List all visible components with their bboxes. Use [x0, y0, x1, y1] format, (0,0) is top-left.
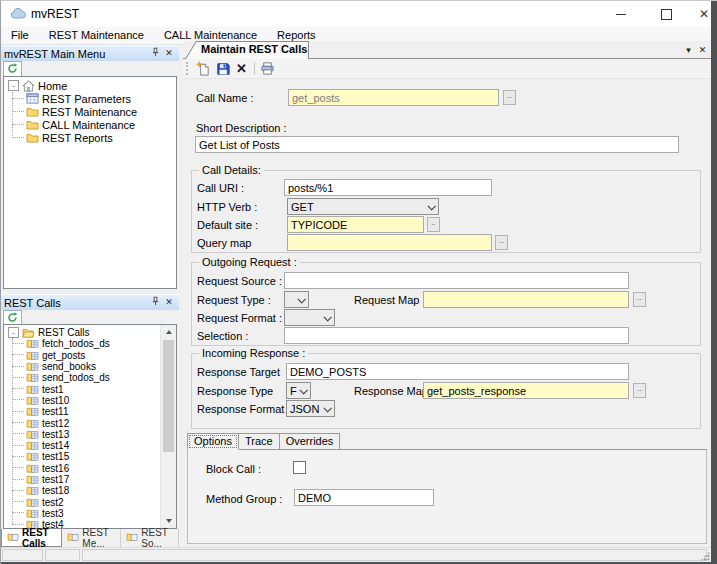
maximize-button[interactable]: [651, 5, 681, 23]
scrollbar-thumb[interactable]: [163, 340, 174, 452]
delete-call-button[interactable]: ✕: [232, 60, 251, 77]
tree-connector: [12, 92, 14, 138]
method-group-input[interactable]: [294, 489, 434, 506]
call-name-browse-button[interactable]: ..: [503, 90, 516, 105]
tree-root-rest-calls[interactable]: - REST Calls: [4, 327, 176, 338]
dock-tab-rest-calls[interactable]: REST Calls: [1, 529, 62, 547]
response-format-value: JSON: [290, 403, 319, 415]
tree-item-rest-call[interactable]: test17: [4, 474, 176, 485]
block-call-label: Block Call :: [206, 463, 261, 475]
tree-item-rest-call[interactable]: fetch_todos_ds: [4, 338, 176, 349]
http-verb-select[interactable]: GET: [287, 198, 439, 215]
response-map-input[interactable]: [423, 382, 629, 399]
save-call-button[interactable]: [213, 60, 232, 77]
tree-item-rest-call[interactable]: test10: [4, 395, 176, 406]
tab-options[interactable]: Options: [187, 433, 239, 450]
tree-item-label: test18: [42, 485, 69, 496]
folder-grid-icon: [26, 372, 39, 383]
tree-item-rest-call[interactable]: test1: [4, 383, 176, 394]
pin-icon[interactable]: [148, 47, 162, 60]
pin-icon[interactable]: [148, 296, 162, 309]
tab-trace[interactable]: Trace: [239, 433, 280, 450]
new-call-button[interactable]: [194, 60, 213, 77]
request-type-select[interactable]: [284, 291, 309, 308]
refresh-button[interactable]: [3, 61, 22, 77]
default-site-input[interactable]: [287, 216, 424, 233]
tree-item-rest-call[interactable]: test13: [4, 429, 176, 440]
request-map-input[interactable]: [423, 291, 629, 308]
print-button[interactable]: [258, 60, 277, 77]
request-map-browse-button[interactable]: ..: [633, 292, 646, 307]
response-format-select[interactable]: JSON: [286, 400, 335, 417]
folder-grid-icon: [26, 338, 39, 349]
tab-list-dropdown-icon[interactable]: ▾: [682, 44, 695, 57]
tree-item-rest-call[interactable]: test16: [4, 463, 176, 474]
response-map-browse-button[interactable]: ..: [633, 383, 646, 398]
minimize-button[interactable]: [606, 5, 636, 23]
tree-item-rest-call[interactable]: get_posts: [4, 350, 176, 361]
title-bar[interactable]: mvREST ✕: [1, 1, 717, 27]
rest-calls-panel-title: REST Calls: [4, 297, 148, 309]
response-map-label: Response Map: [354, 385, 428, 397]
query-map-input[interactable]: [287, 234, 492, 251]
tab-maintain-rest-calls[interactable]: Maintain REST Calls: [185, 41, 309, 59]
tree-scrollbar[interactable]: [160, 325, 176, 528]
chevron-down-icon: [297, 295, 305, 303]
block-call-checkbox[interactable]: [293, 461, 306, 474]
scroll-up-icon[interactable]: [161, 325, 176, 339]
tree-item-rest-call[interactable]: test11: [4, 406, 176, 417]
window-border-right: [711, 1, 717, 564]
scroll-down-icon[interactable]: [161, 514, 176, 528]
status-bar: [1, 547, 711, 563]
main-menu-panel-header: mvREST Main Menu ✕: [1, 45, 179, 61]
tree-item-rest-call[interactable]: send_todos_ds: [4, 372, 176, 383]
outgoing-request-title: Outgoing Request :: [199, 256, 300, 268]
query-map-browse-button[interactable]: ..: [495, 235, 508, 250]
dock-tab-label: REST Me...: [82, 527, 115, 549]
default-site-label: Default site :: [197, 219, 258, 231]
toolbar-grip: [186, 62, 190, 75]
rest-calls-tree: - REST Calls fetch_todos_ds: [3, 324, 177, 529]
tab-close-icon[interactable]: ✕: [696, 44, 709, 57]
tree-item-rest-call[interactable]: test18: [4, 485, 176, 496]
document-tab-strip: Maintain REST Calls ▾ ✕: [183, 41, 711, 59]
tree-item-home[interactable]: - Home: [4, 79, 176, 92]
default-site-browse-button[interactable]: ..: [427, 217, 440, 232]
tree-item-rest-call[interactable]: test14: [4, 440, 176, 451]
main-menu-close-icon[interactable]: ✕: [162, 47, 176, 60]
tree-item-rest-call[interactable]: send_books: [4, 361, 176, 372]
menu-file[interactable]: File: [1, 27, 39, 44]
tree-item-call-maintenance[interactable]: CALL Maintenance: [4, 118, 176, 131]
tree-item-label: REST Calls: [38, 327, 90, 338]
tree-item-rest-call[interactable]: test3: [4, 508, 176, 519]
tree-connector: [12, 338, 14, 524]
folder-grid-icon: [26, 440, 39, 451]
tree-item-rest-reports[interactable]: REST Reports: [4, 131, 176, 144]
dock-tab-rest-so[interactable]: REST So...: [121, 529, 179, 547]
folder-grid-icon: [26, 429, 39, 440]
request-format-select[interactable]: [284, 309, 335, 326]
query-map-label: Query map: [197, 237, 251, 249]
response-target-input[interactable]: [286, 363, 629, 380]
call-name-input[interactable]: [288, 89, 499, 106]
dock-tab-rest-me[interactable]: REST Me...: [62, 529, 121, 547]
tree-item-rest-call[interactable]: test15: [4, 451, 176, 462]
tree-item-rest-maintenance[interactable]: REST Maintenance: [4, 105, 176, 118]
menu-rest-maintenance[interactable]: REST Maintenance: [39, 27, 154, 44]
short-description-input[interactable]: [195, 136, 679, 153]
request-source-input[interactable]: [284, 272, 629, 289]
chevron-down-icon: [323, 404, 331, 412]
selection-input[interactable]: [284, 327, 629, 344]
tree-item-rest-call[interactable]: test2: [4, 496, 176, 507]
collapse-icon[interactable]: -: [8, 80, 19, 91]
response-type-select[interactable]: F: [286, 382, 311, 399]
folder-grid-icon: [26, 474, 39, 485]
tree-item-rest-call[interactable]: test12: [4, 417, 176, 428]
call-uri-label: Call URI :: [197, 182, 244, 194]
call-name-label: Call Name :: [196, 92, 253, 104]
tree-item-rest-parameters[interactable]: REST Parameters: [4, 92, 176, 105]
collapse-icon[interactable]: -: [8, 327, 19, 338]
call-uri-input[interactable]: [284, 179, 492, 196]
rest-calls-close-icon[interactable]: ✕: [162, 296, 176, 309]
tab-overrides[interactable]: Overrides: [280, 433, 341, 450]
